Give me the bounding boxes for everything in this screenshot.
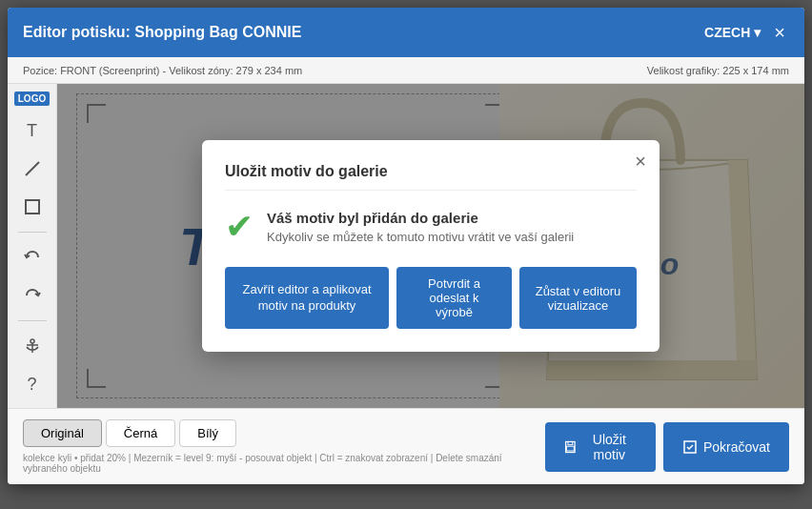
modal-box: Uložit motiv do galerie × ✔ Váš motiv by…	[202, 140, 660, 352]
modal-success-description: Kdykoliv se můžete k tomuto motivu vráti…	[267, 230, 574, 244]
rectangle-icon	[24, 198, 41, 215]
svg-line-0	[26, 162, 39, 175]
color-buttons: Originál Černá Bílý	[23, 419, 545, 447]
svg-rect-8	[566, 446, 574, 451]
redo-button[interactable]	[15, 278, 50, 313]
chevron-down-icon: ▾	[754, 25, 761, 40]
save-motiv-button[interactable]: Uložit motiv	[545, 422, 656, 472]
line-icon	[24, 160, 41, 177]
modal-success-title: Váš motiv byl přidán do galerie	[267, 210, 574, 226]
modal-overlay: Uložit motiv do galerie × ✔ Váš motiv by…	[57, 84, 804, 408]
close-editor-button[interactable]: Zavřít editor a aplikovat motiv na produ…	[225, 267, 389, 329]
help-button[interactable]: ?	[15, 367, 50, 401]
left-toolbar: LOGO T	[8, 84, 57, 408]
position-info: Pozice: FRONT (Screenprint) - Velikost z…	[23, 65, 302, 76]
canvas-area[interactable]: TronLogo Logo	[57, 84, 804, 408]
close-button[interactable]: ×	[770, 21, 789, 44]
color-black-button[interactable]: Černá	[106, 419, 175, 447]
undo-icon	[23, 248, 42, 267]
title-bar: Editor potisku: Shopping Bag CONNIE CZEC…	[8, 8, 804, 57]
modal-success-text: Váš motiv byl přidán do galerie Kdykoliv…	[267, 210, 574, 244]
stay-editor-button[interactable]: Zůstat v editoru vizualizace	[519, 267, 637, 329]
language-label: CZECH	[704, 25, 750, 40]
save-button-label: Uložit motiv	[582, 432, 637, 462]
undo-button[interactable]	[15, 240, 50, 275]
check-icon: ✔	[225, 210, 254, 244]
continue-icon	[682, 439, 698, 455]
continue-button-label: Pokračovat	[703, 439, 770, 455]
save-icon	[564, 439, 577, 455]
editor-window: Editor potisku: Shopping Bag CONNIE CZEC…	[8, 8, 804, 484]
line-tool-button[interactable]	[15, 152, 50, 186]
toolbar-separator-2	[18, 320, 47, 321]
continue-button[interactable]: Pokračovat	[663, 422, 789, 472]
svg-rect-1	[26, 200, 39, 214]
graphic-size-info: Velikost grafiky: 225 x 174 mm	[647, 65, 789, 76]
modal-actions: Zavřít editor a aplikovat motiv na produ…	[225, 267, 637, 329]
anchor-button[interactable]	[15, 329, 50, 363]
rectangle-tool-button[interactable]	[15, 190, 50, 224]
svg-rect-7	[568, 441, 573, 444]
bottom-bar: Originál Černá Bílý kolekce kyli • přida…	[8, 408, 804, 484]
main-content: LOGO T	[8, 84, 804, 408]
logo-badge: LOGO	[14, 92, 50, 106]
anchor-icon	[23, 336, 42, 356]
hint-text: kolekce kyli • přidat 20% | Mezerník = l…	[23, 453, 545, 474]
color-white-button[interactable]: Bílý	[179, 419, 236, 447]
editor-title: Editor potisku: Shopping Bag CONNIE	[23, 24, 301, 41]
color-original-button[interactable]: Originál	[23, 419, 102, 447]
text-tool-button[interactable]: T	[15, 113, 50, 148]
confirm-production-button[interactable]: Potvrdit a odeslat k výrobě	[396, 267, 512, 329]
svg-point-2	[30, 339, 34, 343]
modal-success-area: ✔ Váš motiv byl přidán do galerie Kdykol…	[225, 210, 637, 244]
subtitle-bar: Pozice: FRONT (Screenprint) - Velikost z…	[8, 57, 804, 84]
bottom-actions: Uložit motiv Pokračovat	[545, 422, 789, 472]
language-selector[interactable]: CZECH ▾	[704, 25, 761, 40]
title-bar-right: CZECH ▾ ×	[704, 21, 789, 44]
modal-close-button[interactable]: ×	[635, 152, 646, 171]
modal-title: Uložit motiv do galerie	[225, 163, 637, 191]
toolbar-separator-1	[18, 232, 47, 233]
redo-icon	[23, 286, 42, 305]
bottom-left: Originál Černá Bílý kolekce kyli • přida…	[23, 419, 545, 474]
